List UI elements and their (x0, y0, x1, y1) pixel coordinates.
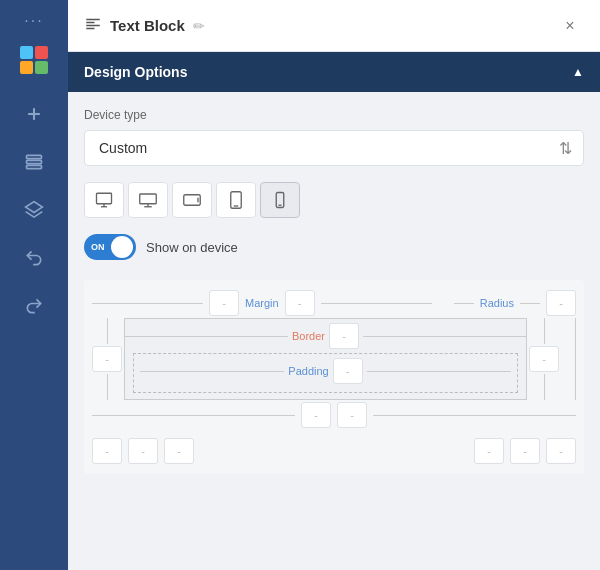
svg-rect-3 (20, 61, 33, 74)
margin-left-box[interactable]: - (92, 346, 122, 372)
toggle-row: ON Show on device (84, 234, 584, 260)
bottom-box-5[interactable]: - (510, 438, 540, 464)
device-icon-tablet-portrait[interactable] (216, 182, 256, 218)
bottom-spacer (200, 438, 468, 464)
edit-icon[interactable]: ✏ (193, 18, 205, 34)
left-col: - (92, 318, 122, 400)
radius-line-right (520, 303, 540, 304)
margin-top-line-left (92, 303, 203, 304)
svg-rect-2 (35, 46, 48, 59)
padding-line-right (367, 371, 511, 372)
bottom-box-1[interactable]: - (92, 438, 122, 464)
left-vert-line2 (107, 374, 108, 400)
radius-box[interactable]: - (546, 290, 576, 316)
device-icon-tablet-landscape[interactable] (172, 182, 212, 218)
top-bar-left: Text Block ✏ (84, 15, 205, 37)
margin-right-box[interactable]: - (529, 346, 559, 372)
text-block-icon (84, 15, 102, 37)
svg-rect-15 (97, 193, 112, 204)
toggle-knob (111, 236, 133, 258)
padding-label: Padding (288, 365, 328, 377)
border-line-right (363, 336, 526, 337)
design-options-header[interactable]: Design Options ▲ (68, 52, 600, 92)
margin-bottom-line-left (92, 415, 295, 416)
middle-row: - Border - Padding (92, 318, 576, 400)
margin-label: Margin (245, 297, 279, 309)
radius-line (454, 303, 474, 304)
radius-label: Radius (480, 297, 514, 309)
device-icon-wide-desktop[interactable] (128, 182, 168, 218)
show-on-device-toggle[interactable]: ON (84, 234, 136, 260)
sidebar-item-redo[interactable] (14, 286, 54, 326)
left-vert-line (107, 318, 108, 344)
device-type-label: Device type (84, 108, 584, 122)
right-vert-line2 (544, 374, 545, 400)
top-bar-title: Text Block (110, 17, 185, 34)
right-col: - (529, 318, 559, 400)
bottom-box-2[interactable]: - (128, 438, 158, 464)
radius-right-col (575, 318, 576, 400)
margin-top-box[interactable]: - (209, 290, 239, 316)
margin-right-top-box[interactable]: - (285, 290, 315, 316)
padding-box[interactable]: - (333, 358, 363, 384)
collapse-icon: ▲ (572, 65, 584, 79)
device-type-select-wrapper: Custom Desktop Tablet Mobile ⇅ (84, 130, 584, 166)
margin-bottom-row: - - (92, 402, 576, 428)
sidebar-item-undo[interactable] (14, 238, 54, 278)
right-vert-line (544, 318, 545, 344)
bottom-boxes-row: - - - - - - (92, 438, 576, 464)
top-bar: Text Block ✏ × (68, 0, 600, 52)
svg-rect-9 (27, 165, 42, 168)
toggle-text: Show on device (146, 240, 238, 255)
sidebar-dots: ··· (24, 12, 43, 30)
design-options-label: Design Options (84, 64, 187, 80)
bottom-box-6[interactable]: - (546, 438, 576, 464)
svg-rect-8 (27, 160, 42, 163)
svg-rect-4 (35, 61, 48, 74)
content-area: Device type Custom Desktop Tablet Mobile… (68, 92, 600, 570)
inner-frame: Border - Padding - (124, 318, 527, 400)
border-line-left (125, 336, 288, 337)
svg-rect-1 (20, 46, 33, 59)
margin-bottom-left-box[interactable]: - (301, 402, 331, 428)
bottom-box-4[interactable]: - (474, 438, 504, 464)
logo (16, 42, 52, 78)
device-icon-desktop[interactable] (84, 182, 124, 218)
border-box[interactable]: - (329, 323, 359, 349)
device-icons-row (84, 182, 584, 218)
svg-rect-7 (27, 155, 42, 158)
spacing-diagram: - Margin - Radius - - (84, 280, 584, 474)
device-type-select[interactable]: Custom Desktop Tablet Mobile (84, 130, 584, 166)
sidebar: ··· (0, 0, 68, 570)
margin-bottom-line-right (373, 415, 576, 416)
padding-row: Padding - (133, 353, 518, 393)
radius-vert-line (575, 318, 576, 400)
radius-top-row: Radius - (454, 290, 576, 316)
sidebar-item-add[interactable] (14, 94, 54, 134)
close-button[interactable]: × (556, 12, 584, 40)
main-panel: Text Block ✏ × Design Options ▲ Device t… (68, 0, 600, 570)
svg-rect-18 (140, 194, 157, 204)
svg-marker-10 (26, 202, 43, 213)
sidebar-item-layers[interactable] (14, 190, 54, 230)
margin-top-line-right (321, 303, 432, 304)
sidebar-item-pages[interactable] (14, 142, 54, 182)
margin-bottom-right-box[interactable]: - (337, 402, 367, 428)
bottom-box-3[interactable]: - (164, 438, 194, 464)
device-icon-mobile[interactable] (260, 182, 300, 218)
padding-line-left (140, 371, 284, 372)
border-row: Border - (125, 319, 526, 353)
border-label: Border (292, 330, 325, 342)
toggle-on-label: ON (91, 242, 105, 252)
